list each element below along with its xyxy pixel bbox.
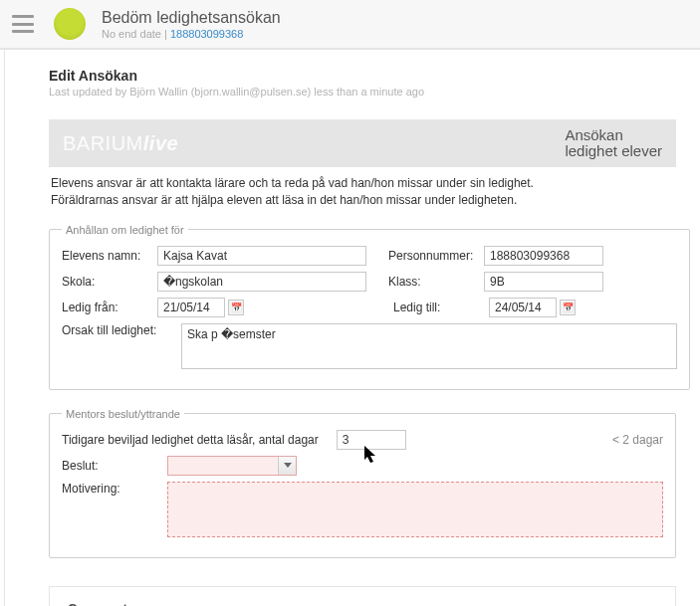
calendar-icon[interactable]: 📅 (228, 300, 244, 315)
topbar: Bedöm ledighetsansökan No end date | 188… (0, 0, 700, 50)
page-body: Edit Ansökan Last updated by Björn Walli… (4, 50, 700, 606)
textarea-reason[interactable]: Ska p �semster (181, 323, 677, 369)
page-subtitle: No end date | 188803099368 (102, 28, 281, 40)
input-date-to[interactable] (489, 298, 557, 317)
select-decision[interactable] (167, 456, 297, 476)
edit-heading: Edit Ansökan (49, 68, 676, 84)
label-school: Skola: (62, 275, 157, 289)
status-dot-icon (54, 8, 86, 40)
calendar-icon[interactable]: 📅 (560, 300, 576, 315)
edit-subheading: Last updated by Björn Wallin (bjorn.wall… (49, 86, 676, 98)
brand-logo: BARIUMlive (63, 132, 178, 155)
label-reason: Orsak till ledighet: (62, 323, 171, 337)
topbar-text: Bedöm ledighetsansökan No end date | 188… (102, 9, 281, 40)
label-student-name: Elevens namn: (62, 249, 157, 263)
label-motivation: Motivering: (62, 482, 157, 496)
brand-bar: BARIUMlive Ansökan ledighet elever (49, 119, 676, 167)
days-note: < 2 dagar (612, 433, 663, 447)
chevron-down-icon (278, 457, 296, 475)
label-to: Ledig till: (393, 301, 489, 314)
comments-section: Comments (49, 586, 676, 606)
svg-marker-0 (284, 463, 292, 468)
brand-right-text: Ansökan ledighet elever (565, 127, 662, 160)
fieldset-mentor: Mentors beslut/yttrande Tidigare bevilja… (49, 408, 676, 558)
label-from: Ledig från: (62, 301, 157, 314)
fieldset-mentor-legend: Mentors beslut/yttrande (62, 408, 184, 420)
input-prev-days[interactable] (337, 430, 406, 450)
menu-icon[interactable] (12, 15, 34, 33)
input-klass[interactable] (484, 272, 603, 292)
label-pnr: Personnummer: (388, 249, 484, 263)
input-date-from[interactable] (157, 298, 225, 317)
label-prev-days: Tidigare beviljad ledighet detta läsår, … (62, 433, 319, 447)
input-student-name[interactable] (157, 246, 366, 266)
textarea-motivation[interactable] (167, 482, 663, 537)
comments-heading: Comments (68, 601, 657, 606)
label-decision: Beslut: (62, 459, 157, 473)
fieldset-application: Anhållan om ledighet för Elevens namn: P… (49, 224, 690, 390)
input-school[interactable] (157, 272, 366, 292)
input-pnr[interactable] (484, 246, 603, 266)
page-title: Bedöm ledighetsansökan (102, 9, 281, 27)
instance-id-link[interactable]: 188803099368 (170, 28, 243, 40)
intro-text: Elevens ansvar är att kontakta lärare oc… (51, 175, 674, 210)
label-klass: Klass: (388, 275, 484, 289)
fieldset-application-legend: Anhållan om ledighet för (62, 224, 188, 236)
